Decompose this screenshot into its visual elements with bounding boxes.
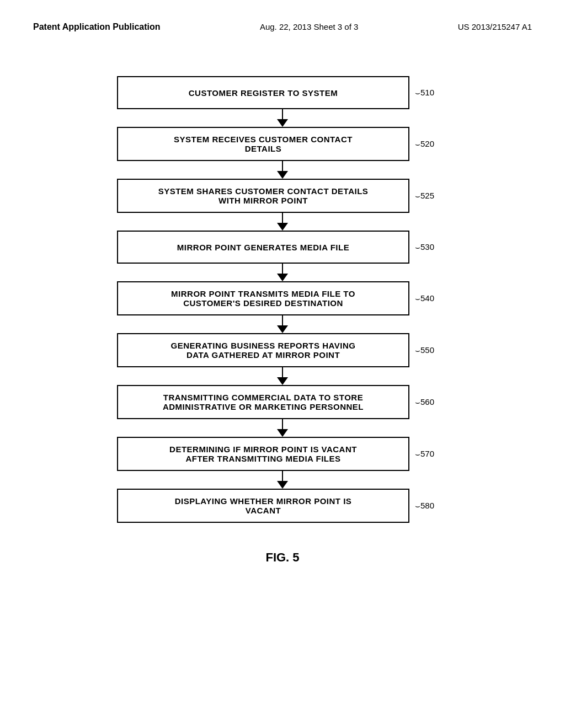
- step-520-row: SYSTEM RECEIVES CUSTOMER CONTACTDETAILS⌣…: [117, 127, 448, 161]
- step-510-row: CUSTOMER REGISTER TO SYSTEM⌣510: [117, 76, 448, 109]
- step-570-row: DETERMINING IF MIRROR POINT IS VACANTAFT…: [117, 437, 448, 471]
- step-520-number: ⌣520: [415, 139, 434, 149]
- flow-wrapper: CUSTOMER REGISTER TO SYSTEM⌣510SYSTEM RE…: [117, 76, 448, 523]
- arrow-head-1: [277, 171, 288, 179]
- step-530-box: MIRROR POINT GENERATES MEDIA FILE: [117, 231, 409, 264]
- arrow-line-0: [282, 109, 283, 119]
- step-525-number: ⌣525: [415, 191, 434, 201]
- step-540-number: ⌣540: [415, 293, 434, 303]
- page-header: Patent Application Publication Aug. 22, …: [0, 0, 565, 32]
- arrow-1: [136, 161, 429, 179]
- step-570-box: DETERMINING IF MIRROR POINT IS VACANTAFT…: [117, 437, 409, 471]
- arrow-head-3: [277, 274, 288, 281]
- step-550-box: GENERATING BUSINESS REPORTS HAVINGDATA G…: [117, 333, 409, 367]
- sheet-info: Aug. 22, 2013 Sheet 3 of 3: [260, 22, 358, 31]
- step-580-row: DISPLAYING WHETHER MIRROR POINT ISVACANT…: [117, 489, 448, 523]
- figure-label: FIG. 5: [265, 550, 299, 565]
- step-560-row: TRANSMITTING COMMERCIAL DATA TO STOREADM…: [117, 385, 448, 419]
- diagram-container: CUSTOMER REGISTER TO SYSTEM⌣510SYSTEM RE…: [0, 32, 565, 565]
- publication-label: Patent Application Publication: [33, 22, 161, 32]
- step-540-label: ⌣540: [415, 293, 434, 303]
- step-540-row: MIRROR POINT TRANSMITS MEDIA FILE TOCUST…: [117, 281, 448, 315]
- arrow-line-3: [282, 264, 283, 274]
- step-530-label: ⌣530: [415, 242, 434, 252]
- arrow-head-0: [277, 119, 288, 127]
- step-570-number: ⌣570: [415, 449, 434, 459]
- arrow-7: [136, 471, 429, 489]
- arrow-line-1: [282, 161, 283, 171]
- step-550-row: GENERATING BUSINESS REPORTS HAVINGDATA G…: [117, 333, 448, 367]
- arrow-line-5: [282, 367, 283, 377]
- arrow-3: [136, 264, 429, 281]
- patent-number: US 2013/215247 A1: [458, 22, 532, 31]
- step-560-number: ⌣560: [415, 397, 434, 407]
- arrow-0: [136, 109, 429, 127]
- arrow-head-6: [277, 429, 288, 437]
- step-570-label: ⌣570: [415, 449, 434, 459]
- arrow-head-2: [277, 223, 288, 231]
- step-520-box: SYSTEM RECEIVES CUSTOMER CONTACTDETAILS: [117, 127, 409, 161]
- step-540-box: MIRROR POINT TRANSMITS MEDIA FILE TOCUST…: [117, 281, 409, 315]
- step-550-number: ⌣550: [415, 345, 434, 355]
- step-525-box: SYSTEM SHARES CUSTOMER CONTACT DETAILSWI…: [117, 179, 409, 213]
- step-525-row: SYSTEM SHARES CUSTOMER CONTACT DETAILSWI…: [117, 179, 448, 213]
- step-530-row: MIRROR POINT GENERATES MEDIA FILE⌣530: [117, 231, 448, 264]
- arrow-6: [136, 419, 429, 437]
- arrow-head-7: [277, 481, 288, 489]
- step-580-label: ⌣580: [415, 501, 434, 511]
- step-560-label: ⌣560: [415, 397, 434, 407]
- step-580-number: ⌣580: [415, 501, 434, 511]
- step-530-number: ⌣530: [415, 242, 434, 252]
- arrow-2: [136, 213, 429, 231]
- arrow-line-6: [282, 419, 283, 429]
- step-520-label: ⌣520: [415, 139, 434, 149]
- arrow-5: [136, 367, 429, 385]
- step-580-box: DISPLAYING WHETHER MIRROR POINT ISVACANT: [117, 489, 409, 523]
- arrow-line-7: [282, 471, 283, 481]
- step-560-box: TRANSMITTING COMMERCIAL DATA TO STOREADM…: [117, 385, 409, 419]
- step-525-label: ⌣525: [415, 191, 434, 201]
- step-510-label: ⌣510: [415, 88, 434, 98]
- arrow-head-4: [277, 325, 288, 333]
- arrow-head-5: [277, 377, 288, 385]
- arrow-line-2: [282, 213, 283, 223]
- step-510-number: ⌣510: [415, 88, 434, 98]
- arrow-line-4: [282, 315, 283, 325]
- step-510-box: CUSTOMER REGISTER TO SYSTEM: [117, 76, 409, 109]
- step-550-label: ⌣550: [415, 345, 434, 355]
- arrow-4: [136, 315, 429, 333]
